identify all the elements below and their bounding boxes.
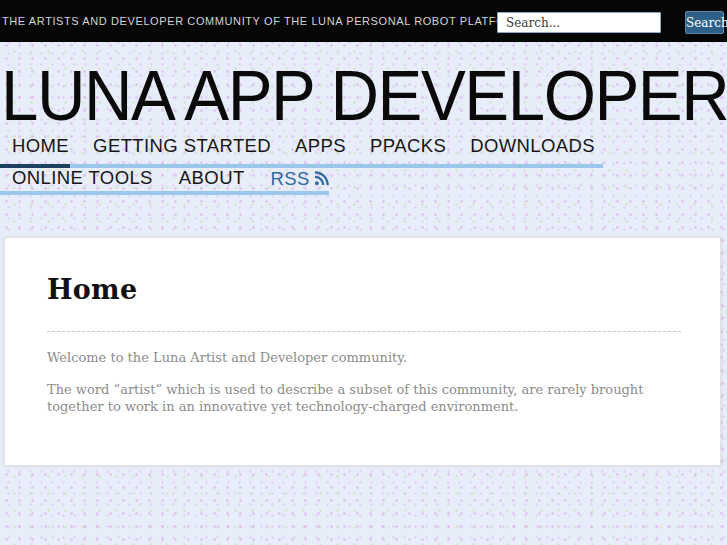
content-card: Home Welcome to the Luna Artist and Deve… [4, 237, 721, 466]
nav-row-1: HOME GETTING STARTED APPS PPACKS DOWNLOA… [12, 135, 595, 157]
nav-item-getting-started[interactable]: GETTING STARTED [93, 135, 271, 157]
page-background: { "topbar": { "tagline": "THE ARTISTS AN… [0, 0, 727, 545]
site-title[interactable]: LUNA APP DEVELOPER [1, 61, 727, 131]
nav-item-rss[interactable]: RSS [271, 167, 330, 191]
page-title: Home [47, 274, 137, 305]
nav-item-about[interactable]: ABOUT [179, 167, 245, 191]
nav-item-downloads[interactable]: DOWNLOADS [470, 135, 595, 157]
nav-underline-row2 [0, 191, 329, 195]
search-input[interactable] [497, 12, 661, 33]
top-bar: THE ARTISTS AND DEVELOPER COMMUNITY OF T… [0, 0, 727, 42]
nav-item-online-tools[interactable]: ONLINE TOOLS [12, 167, 153, 191]
intro-paragraph: Welcome to the Luna Artist and Developer… [47, 350, 669, 367]
nav-row-2: ONLINE TOOLS ABOUT RSS [12, 167, 330, 191]
nav-item-home[interactable]: HOME [12, 135, 69, 157]
site-tagline: THE ARTISTS AND DEVELOPER COMMUNITY OF T… [2, 15, 524, 27]
rss-link-label: RSS [271, 168, 310, 190]
title-divider [47, 331, 681, 332]
rss-icon [314, 169, 330, 191]
nav-item-apps[interactable]: APPS [295, 135, 346, 157]
search-button[interactable]: Search [685, 11, 724, 34]
description-paragraph: The word “artist” which is used to descr… [47, 382, 669, 415]
nav-item-ppacks[interactable]: PPACKS [370, 135, 446, 157]
